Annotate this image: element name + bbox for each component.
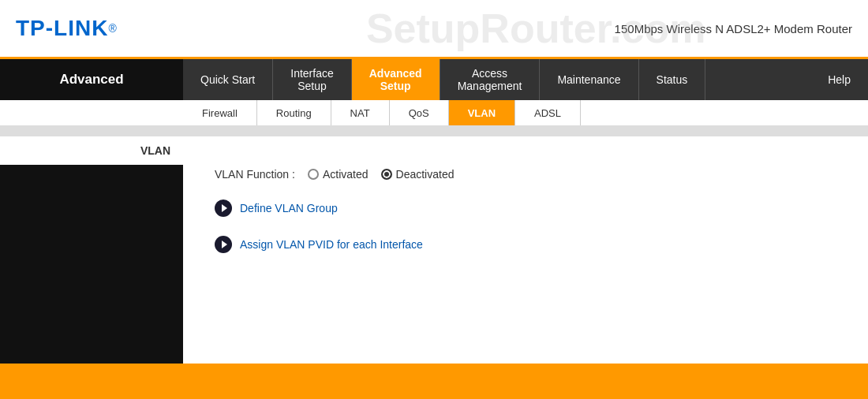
bottom-bar (0, 364, 868, 399)
sub-nav-qos[interactable]: QoS (390, 100, 449, 125)
link-row-assign-pvid: Assign VLAN PVID for each Interface (215, 236, 836, 253)
sidebar-item-vlan[interactable]: VLAN (0, 136, 183, 165)
sub-nav-vlan[interactable]: VLAN (449, 100, 515, 125)
radio-activated-circle (308, 169, 319, 180)
nav-items: Quick Start InterfaceSetup AdvancedSetup… (183, 59, 868, 100)
header: TP-LINK® SetupRouter.com 150Mbps Wireles… (0, 0, 868, 59)
nav-item-interface-setup[interactable]: InterfaceSetup (273, 59, 351, 100)
sub-nav: Firewall Routing NAT QoS VLAN ADSL (0, 100, 868, 127)
vlan-function-label: VLAN Function : (215, 168, 295, 181)
radio-activated-label: Activated (323, 168, 369, 181)
nav-item-access-management[interactable]: AccessManagement (440, 59, 541, 100)
define-vlan-arrow-btn[interactable] (215, 200, 232, 217)
logo: TP-LINK® (16, 16, 117, 41)
nav-item-advanced-setup[interactable]: AdvancedSetup (352, 59, 440, 100)
radio-deactivated-label: Deactivated (396, 168, 455, 181)
sub-nav-nat[interactable]: NAT (331, 100, 390, 125)
nav-item-maintenance[interactable]: Maintenance (540, 59, 638, 100)
sidebar: VLAN (0, 136, 183, 399)
nav-sidebar-label: Advanced (0, 59, 183, 100)
radio-group: Activated Deactivated (308, 168, 455, 181)
radio-activated[interactable]: Activated (308, 168, 369, 181)
define-vlan-link[interactable]: Define VLAN Group (240, 202, 338, 214)
logo-reg: ® (108, 22, 116, 35)
assign-pvid-link[interactable]: Assign VLAN PVID for each Interface (240, 238, 423, 251)
radio-deactivated-circle (381, 169, 392, 180)
logo-text: TP-LINK (16, 16, 108, 41)
nav-bar: Advanced Quick Start InterfaceSetup Adva… (0, 59, 868, 100)
nav-item-help[interactable]: Help (810, 59, 868, 100)
nav-item-status[interactable]: Status (639, 59, 706, 100)
sub-nav-routing[interactable]: Routing (257, 100, 331, 125)
vlan-function-row: VLAN Function : Activated Deactivated (215, 168, 836, 181)
link-row-define-vlan: Define VLAN Group (215, 200, 836, 217)
separator (0, 127, 868, 136)
assign-pvid-arrow-btn[interactable] (215, 236, 232, 253)
content-area: VLAN Function : Activated Deactivated De… (183, 136, 868, 399)
nav-item-quick-start[interactable]: Quick Start (183, 59, 273, 100)
radio-deactivated[interactable]: Deactivated (381, 168, 455, 181)
sub-nav-firewall[interactable]: Firewall (183, 100, 257, 125)
main-area: VLAN VLAN Function : Activated Deactivat… (0, 136, 868, 399)
device-title: 150Mbps Wireless N ADSL2+ Modem Router (615, 22, 852, 35)
sub-nav-adsl[interactable]: ADSL (515, 100, 581, 125)
